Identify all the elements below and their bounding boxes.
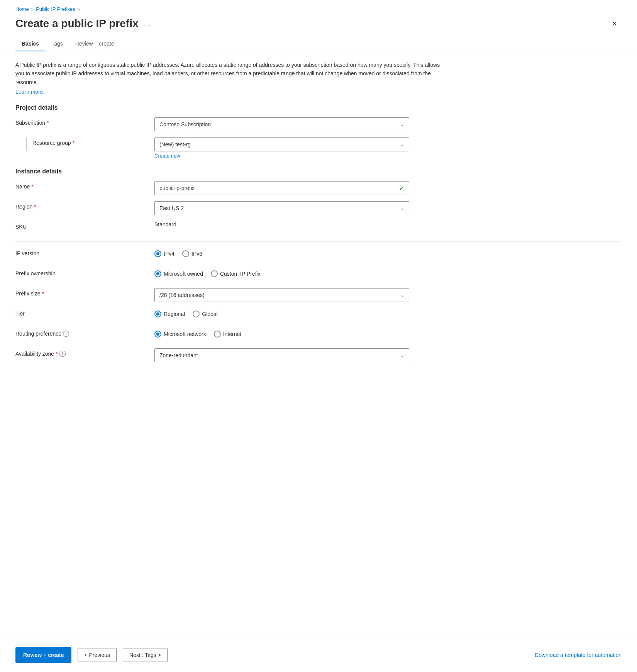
tab-review-create[interactable]: Review + create (69, 37, 120, 51)
ip-version-ipv6-radio[interactable] (182, 250, 189, 257)
ip-version-ipv4-label: IPv4 (164, 251, 174, 257)
region-arrow-icon: ⌄ (400, 205, 404, 211)
tabs-row: Basics Tags Review + create (0, 37, 637, 51)
next-button[interactable]: Next : Tags > (123, 648, 168, 662)
ip-version-ipv4[interactable]: IPv4 (154, 250, 174, 257)
resource-group-label: Resource group (32, 140, 71, 146)
routing-preference-label: Routing preference i (15, 328, 154, 337)
subscription-arrow-icon: ⌄ (400, 122, 404, 127)
prefix-ownership-radio-group: Microsoft owned Custom IP Prefix (154, 268, 409, 277)
title-dots[interactable]: ... (143, 19, 152, 28)
tier-control: Regional Global (154, 308, 409, 317)
region-select[interactable]: East US 2 ⌄ (154, 201, 409, 215)
prefix-ownership-custom-radio[interactable] (211, 270, 218, 277)
previous-button[interactable]: < Previous (78, 648, 117, 662)
ip-version-ipv4-radio[interactable] (154, 250, 161, 257)
availability-zone-row: Availability zone * i Zone-redundant ⌄ (15, 348, 622, 362)
resource-group-select[interactable]: (New) test-rg ⌄ (154, 137, 409, 151)
prefix-ownership-row: Prefix ownership Microsoft owned Custom … (15, 268, 622, 282)
routing-preference-internet[interactable]: Internet (214, 331, 241, 338)
routing-preference-internet-radio[interactable] (214, 331, 221, 338)
region-control: East US 2 ⌄ (154, 201, 409, 215)
subscription-required: * (47, 120, 49, 126)
prefix-size-arrow-icon: ⌄ (400, 292, 404, 298)
routing-preference-radio-group: Microsoft network Internet (154, 328, 409, 338)
subscription-select[interactable]: Contoso Subscription ⌄ (154, 117, 409, 131)
breadcrumb-home[interactable]: Home (15, 6, 29, 12)
review-create-button[interactable]: Review + create (15, 647, 71, 663)
routing-preference-control: Microsoft network Internet (154, 328, 409, 338)
resource-group-row: Resource group * (New) test-rg ⌄ Create … (15, 137, 622, 159)
header-row: Create a public IP prefix ... × (0, 15, 637, 37)
name-label: Name * (15, 181, 154, 190)
availability-zone-label: Availability zone * i (15, 348, 154, 357)
breadcrumb-separator2: > (78, 7, 80, 12)
prefix-ownership-microsoft-label: Microsoft owned (164, 271, 203, 277)
region-row: Region * East US 2 ⌄ (15, 201, 622, 215)
prefix-size-required: * (42, 290, 44, 297)
section-project-details: Project details (15, 104, 622, 111)
prefix-size-value: /28 (16 addresses) (159, 292, 205, 298)
name-row: Name * public-ip-prefix ✓ (15, 181, 622, 195)
ip-version-ipv6[interactable]: IPv6 (182, 250, 202, 257)
resource-group-required: * (73, 140, 75, 146)
subscription-row: Subscription * Contoso Subscription ⌄ (15, 117, 622, 131)
region-label: Region * (15, 201, 154, 210)
tab-tags[interactable]: Tags (45, 37, 69, 51)
tier-label: Tier (15, 308, 154, 317)
prefix-ownership-microsoft-radio[interactable] (154, 270, 161, 277)
prefix-size-control: /28 (16 addresses) ⌄ (154, 288, 409, 302)
routing-preference-info-icon[interactable]: i (63, 331, 69, 337)
resource-group-value: (New) test-rg (159, 141, 191, 148)
availability-zone-info-icon[interactable]: i (59, 351, 66, 357)
name-control: public-ip-prefix ✓ (154, 181, 409, 195)
region-required: * (34, 204, 36, 210)
prefix-ownership-control: Microsoft owned Custom IP Prefix (154, 268, 409, 277)
availability-zone-arrow-icon: ⌄ (400, 353, 404, 358)
routing-preference-microsoft-label: Microsoft network (164, 331, 206, 337)
download-template-link[interactable]: Download a template for automation (535, 652, 622, 658)
subscription-control: Contoso Subscription ⌄ (154, 117, 409, 131)
learn-more-link[interactable]: Learn more. (15, 89, 44, 95)
breadcrumb: Home > Public IP Prefixes > (0, 0, 637, 15)
prefix-size-select[interactable]: /28 (16 addresses) ⌄ (154, 288, 409, 302)
divider-1 (15, 241, 622, 242)
page-title: Create a public IP prefix ... (15, 17, 152, 30)
breadcrumb-public-ip-prefixes[interactable]: Public IP Prefixes (36, 6, 75, 12)
close-button[interactable]: × (608, 17, 622, 31)
tier-regional[interactable]: Regional (154, 311, 185, 317)
page-container: Home > Public IP Prefixes > Create a pub… (0, 0, 637, 672)
subscription-value: Contoso Subscription (159, 121, 211, 127)
availability-zone-select[interactable]: Zone-redundant ⌄ (154, 348, 409, 362)
ip-version-row: IP version IPv4 IPv6 (15, 248, 622, 262)
breadcrumb-separator1: > (31, 7, 34, 12)
tier-row: Tier Regional Global (15, 308, 622, 322)
prefix-size-label: Prefix size * (15, 288, 154, 297)
ip-version-control: IPv4 IPv6 (154, 248, 409, 257)
tier-regional-label: Regional (164, 311, 185, 317)
tab-basics[interactable]: Basics (15, 37, 45, 51)
prefix-size-row: Prefix size * /28 (16 addresses) ⌄ (15, 288, 622, 302)
main-content: A Public IP prefix is a range of contigu… (0, 61, 637, 638)
sku-value: Standard (154, 219, 176, 227)
name-required: * (31, 183, 33, 190)
tier-regional-radio[interactable] (154, 311, 161, 317)
availability-zone-control: Zone-redundant ⌄ (154, 348, 409, 362)
tier-global[interactable]: Global (193, 311, 217, 317)
availability-zone-required: * (56, 351, 58, 357)
name-input[interactable]: public-ip-prefix ✓ (154, 181, 409, 195)
prefix-ownership-custom[interactable]: Custom IP Prefix (211, 270, 261, 277)
page-title-text: Create a public IP prefix (15, 17, 139, 30)
ip-version-ipv6-label: IPv6 (191, 251, 202, 257)
routing-preference-internet-label: Internet (223, 331, 241, 337)
name-value: public-ip-prefix (159, 185, 195, 191)
routing-preference-microsoft-radio[interactable] (154, 331, 161, 338)
routing-preference-microsoft[interactable]: Microsoft network (154, 331, 206, 338)
sku-row: SKU Standard (15, 221, 622, 235)
prefix-ownership-microsoft[interactable]: Microsoft owned (154, 270, 203, 277)
footer: Review + create < Previous Next : Tags >… (0, 638, 637, 672)
create-new-link[interactable]: Create new (154, 153, 409, 159)
section-instance-details: Instance details (15, 168, 622, 175)
tier-global-radio[interactable] (193, 311, 200, 317)
tier-global-label: Global (202, 311, 217, 317)
